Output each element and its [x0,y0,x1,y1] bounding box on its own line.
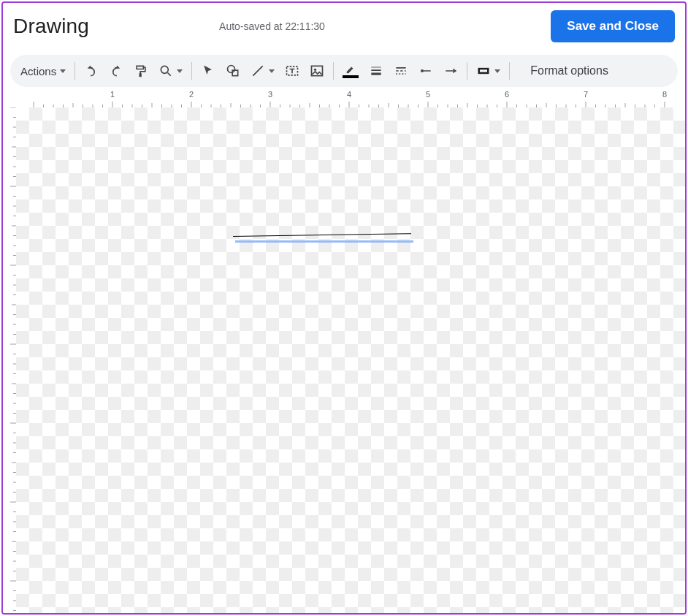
image-tool-button[interactable] [305,58,329,83]
line-end-icon [443,64,458,78]
toolbar-separator [191,62,192,80]
line-tool-button[interactable] [246,58,279,83]
line-dash-icon [394,64,408,78]
horizontal-ruler[interactable]: 12345678 [3,88,685,107]
svg-point-6 [421,69,424,72]
vertical-ruler[interactable] [3,107,16,613]
select-tool-button[interactable] [196,58,220,83]
toolbar-separator [509,62,510,80]
size-position-icon [476,64,491,78]
toolbar-separator [467,62,467,80]
line-weight-icon [369,64,383,78]
ruler-number: 3 [268,90,272,99]
ruler-number: 6 [505,90,509,99]
line-weight-button[interactable] [364,58,388,83]
textbox-icon [285,64,299,78]
ruler-number: 7 [584,90,588,99]
autosave-status: Auto-saved at 22:11:30 [219,20,325,32]
toolbar-separator [74,62,75,80]
redo-icon [109,64,123,78]
undo-icon [84,64,99,78]
line-start-icon [418,64,433,78]
textbox-tool-button[interactable] [280,58,304,83]
redo-button[interactable] [104,58,128,83]
line-color-button[interactable] [338,58,363,83]
format-options-button[interactable]: Format options [523,58,616,83]
dialog-title: Drawing [13,15,89,38]
svg-point-5 [314,69,316,71]
line-dash-button[interactable] [389,58,413,83]
svg-point-1 [228,66,235,73]
paint-roller-icon [134,64,148,78]
drawing-dialog: Drawing Auto-saved at 22:11:30 Save and … [1,1,687,615]
pencil-icon [344,64,357,75]
shapes-icon [226,64,240,78]
svg-point-0 [161,66,169,73]
canvas-line-object-selected[interactable] [235,240,413,243]
shape-tool-button[interactable] [221,58,245,83]
vruler-ticks [3,107,16,613]
zoom-menu-button[interactable] [154,58,187,83]
ruler-number: 1 [110,90,115,99]
toolbar: Actions [10,55,678,87]
color-swatch [343,75,359,78]
actions-label: Actions [20,65,56,77]
actions-menu-button[interactable]: Actions [16,58,70,83]
toolbar-separator [333,62,334,80]
ruler-number: 2 [189,90,194,99]
save-and-close-button[interactable]: Save and Close [551,10,675,42]
size-position-button[interactable] [472,58,505,83]
ruler-number: 8 [662,90,667,99]
zoom-icon [158,64,173,78]
svg-rect-8 [480,69,487,72]
canvas-line-object[interactable] [233,233,411,237]
undo-button[interactable] [80,58,103,83]
image-icon [310,64,324,78]
svg-rect-2 [232,70,238,76]
drawing-canvas[interactable] [16,107,685,613]
ruler-number: 4 [347,90,351,99]
paint-format-button[interactable] [129,58,153,83]
cursor-icon [201,64,215,78]
dialog-header: Drawing Auto-saved at 22:11:30 Save and … [3,3,685,47]
line-end-button[interactable] [439,58,462,83]
line-start-button[interactable] [414,58,437,83]
line-icon [251,64,265,78]
ruler-number: 5 [426,90,430,99]
